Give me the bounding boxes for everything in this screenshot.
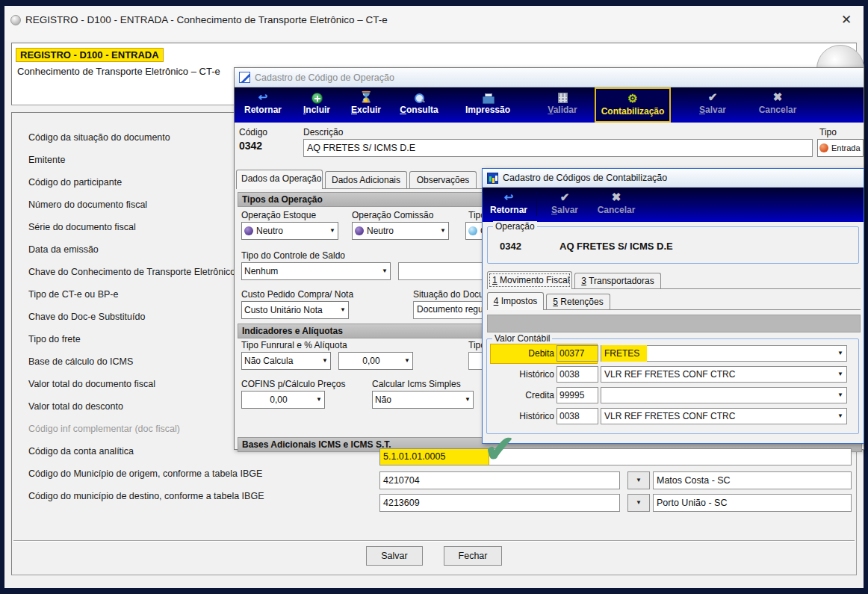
conta-analitica-input[interactable]: 5.1.01.01.0005 <box>379 448 852 465</box>
fechar-button[interactable]: Fechar <box>444 546 502 566</box>
chevron-down-icon: ▼ <box>313 392 322 407</box>
consulta-button[interactable]: Consulta <box>392 90 446 115</box>
x-icon: ✖ <box>592 190 641 205</box>
chevron-down-icon: ▼ <box>636 499 642 506</box>
chart-icon <box>487 173 498 184</box>
salvar-button[interactable]: Salvar <box>366 546 423 566</box>
field-label: Código da situação do documento <box>28 132 170 143</box>
tab-movimento-fiscal[interactable]: 1 Movimento Fiscal <box>487 271 572 289</box>
tab-impostos[interactable]: 4 Impostos <box>487 292 544 310</box>
debita-code-input[interactable]: 00377 <box>557 345 598 362</box>
cancelar-button-disabled: ✖ Cancelar <box>592 190 641 215</box>
blue-sphere-icon <box>468 226 477 235</box>
field-label: Número do documento fiscal <box>28 199 147 210</box>
salvar-button-disabled: ✔ Salvar <box>686 90 739 115</box>
dialog-cadastro-codigos-contabilizacao: Cadastro de Códigos de Contabilização ↩ … <box>482 168 864 444</box>
historico-code-input[interactable]: 0038 <box>557 408 598 424</box>
municipio-origem-code-input[interactable]: 4210704 <box>379 471 620 489</box>
registro-heading: REGISTRO - D100 - ENTRADA <box>16 48 164 62</box>
registro-subtitle: Conhecimento de Transporte Eletrônico – … <box>17 66 220 77</box>
incluir-button[interactable]: Incluir <box>294 90 340 115</box>
credita-label: Credita <box>492 387 554 403</box>
gear-icon: ⚙ <box>596 91 669 106</box>
tipo-dropdown[interactable]: Entrada ▼ <box>817 139 864 157</box>
municipio-destino-name-input[interactable]: Porto União - SC <box>653 494 852 512</box>
window-title: REGISTRO - D100 - ENTRADA - Conhecimento… <box>25 14 388 25</box>
chevron-down-icon: ▼ <box>379 264 388 279</box>
field-label: Valor total do documento fiscal <box>28 379 155 389</box>
descricao-input[interactable]: AQ FRETES S/ ICMS D.E <box>303 139 813 157</box>
controle-saldo-dropdown[interactable]: Nenhum ▼ <box>241 262 391 280</box>
debita-account-dropdown[interactable]: FRETES ▼ <box>601 345 847 362</box>
chevron-down-icon: ▼ <box>401 353 410 368</box>
contabilizacao-button-highlighted[interactable]: ⚙ Contabilização <box>595 87 671 123</box>
plus-icon <box>294 90 340 105</box>
historico-label: Histórico <box>492 408 554 424</box>
cofins-dropdown[interactable]: 0,00 ▼ <box>241 391 325 409</box>
impressao-button[interactable]: Impressão <box>453 90 522 115</box>
main-titlebar: REGISTRO - D100 - ENTRADA - Conhecimento… <box>4 6 864 40</box>
historico-code-input[interactable]: 0038 <box>557 366 598 383</box>
tab-dados-da-operacao[interactable]: Dados da Operação <box>236 170 323 189</box>
field-label: Base de cálculo do ICMS <box>28 356 133 367</box>
historico-dropdown[interactable]: VLR REF FRETES CONF CTRC ▼ <box>601 366 847 383</box>
municipio-origem-name-input[interactable]: Matos Costa - SC <box>653 471 852 489</box>
field-label: Série do documento fiscal <box>28 222 136 232</box>
municipio-destino-code-input[interactable]: 4213609 <box>379 494 620 512</box>
chevron-down-icon: ▼ <box>462 392 471 407</box>
salvar-button-disabled: ✔ Salvar <box>542 190 587 215</box>
check-icon: ✔ <box>686 90 739 105</box>
tab-observacoes[interactable]: Observações <box>409 171 477 189</box>
custo-pedido-label: Custo Pedido Compra/ Nota <box>241 289 353 300</box>
chevron-down-icon: ▼ <box>337 303 346 318</box>
operacao-group-label: Operação <box>493 221 537 232</box>
funrural-label: Tipo Funrural e % Alíquota <box>241 340 347 350</box>
retornar-button[interactable]: ↩ Retornar <box>486 190 532 215</box>
credita-code-input[interactable]: 99995 <box>557 387 598 403</box>
excluir-button[interactable]: ⌛ Excluir <box>343 90 389 115</box>
operacao-descricao-value: AQ FRETES S/ ICMS D.E <box>559 241 673 252</box>
field-label: Data da emissão <box>28 244 99 255</box>
operacao-toolbar: ↩ Retornar Incluir ⌛ Excluir Consulta Im… <box>235 87 864 123</box>
operacao-estoque-dropdown[interactable]: Neutro ▼ <box>241 222 338 240</box>
undo-icon: ↩ <box>486 190 532 205</box>
x-icon: ✖ <box>748 90 807 105</box>
tab-retencoes[interactable]: 5 Retenções <box>546 294 610 310</box>
chevron-down-icon: ▼ <box>837 367 843 382</box>
controle-saldo-label: Tipo do Controle de Saldo <box>241 250 345 261</box>
custo-pedido-dropdown[interactable]: Custo Unitário Nota ▼ <box>241 301 349 319</box>
historico-label: Histórico <box>492 366 554 383</box>
tab-transportadoras[interactable]: 3 Transportadoras <box>574 273 661 289</box>
field-label: Código do Município de origem, conforme … <box>28 468 262 479</box>
operacao-comissao-label: Operação Comissão <box>352 210 433 220</box>
field-label: Código da conta analítica <box>28 446 134 457</box>
toolbar-divider <box>536 192 537 216</box>
tab-dados-adicionais[interactable]: Dados Adicionais <box>325 171 407 189</box>
green-check-icon: ✔ <box>484 430 515 468</box>
form-pencil-icon <box>239 72 250 83</box>
historico-dropdown[interactable]: VLR REF FRETES CONF CTRC ▼ <box>601 408 847 424</box>
municipio-destino-dropdown-button[interactable]: ▼ <box>627 494 650 512</box>
field-label: Chave do Conhecimento de Transporte Elet… <box>28 267 235 277</box>
search-icon <box>392 90 446 105</box>
operacao-estoque-label: Operação Estoque <box>241 210 316 220</box>
chevron-down-icon: ▼ <box>319 353 328 368</box>
printer-icon <box>453 90 522 105</box>
funrural-aliquota-dropdown[interactable]: 0,00 ▼ <box>338 352 413 370</box>
field-label: Código do município de destino, conforme… <box>28 491 264 501</box>
municipio-origem-dropdown-button[interactable]: ▼ <box>627 471 650 489</box>
cofins-label: COFINS p/Cálculo Preços <box>241 379 345 389</box>
neutro-sphere-icon <box>244 226 253 235</box>
retornar-button[interactable]: ↩ Retornar <box>237 90 289 115</box>
funrural-dropdown[interactable]: Não Calcula ▼ <box>241 352 331 370</box>
chevron-down-icon: ▼ <box>437 223 446 238</box>
conta-analitica-value-highlight: 5.1.01.01.0005 <box>380 449 489 465</box>
hourglass-icon: ⌛ <box>343 90 389 105</box>
credita-account-dropdown[interactable]: ▼ <box>601 387 847 403</box>
descricao-label: Descrição <box>303 127 343 137</box>
icms-simples-dropdown[interactable]: Não ▼ <box>372 391 474 409</box>
close-icon[interactable]: ✕ <box>837 10 856 30</box>
operacao-groupbox <box>487 226 859 264</box>
operacao-comissao-dropdown[interactable]: Neutro ▼ <box>352 222 449 240</box>
codigo-value: 0342 <box>239 140 262 152</box>
